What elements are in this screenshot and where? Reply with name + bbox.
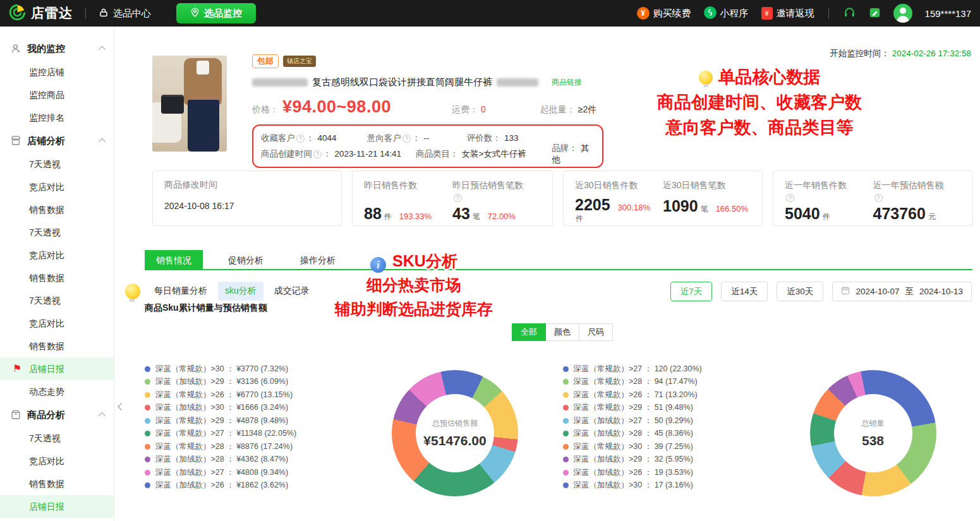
headset-support-icon[interactable] — [843, 6, 856, 21]
miniprogram-link[interactable]: 小程序 — [704, 6, 749, 21]
legend-item[interactable]: 深蓝（常规款）>30 ： ¥3770 (7.32%) — [145, 362, 337, 376]
legend-item[interactable]: 深蓝（加绒款）>29 ： 32 (5.95%) — [563, 453, 756, 467]
legend-item[interactable]: 深蓝（常规款）>26 ： 71 (13.20%) — [563, 388, 756, 402]
legend-item[interactable]: 深蓝（加绒款）>26 ： ¥1862 (3.62%) — [145, 479, 337, 493]
help-icon[interactable] — [874, 194, 883, 202]
nav-selection-monitor-button[interactable]: 选品监控 — [176, 3, 256, 23]
main-content: 开始监控时间：2024-02-26 17:32:58 包邮 镇店之宝 复古感明线… — [115, 27, 980, 521]
feedback-edit-icon[interactable] — [869, 6, 881, 20]
legend-item[interactable]: 深蓝（常规款）>27 ： ¥11348 (22.05%) — [145, 428, 337, 441]
sidebar-item[interactable]: 监控店铺 — [0, 61, 114, 83]
date-from: 2024-10-07 — [856, 287, 899, 296]
chart-filter-button[interactable]: 尺码 — [579, 323, 613, 341]
legend-dot — [145, 379, 150, 385]
range-button[interactable]: 近14天 — [721, 282, 768, 301]
subtab[interactable]: 每日销量分析 — [147, 282, 214, 301]
legend-sales-volume: 深蓝（常规款）>27 ： 120 (22.30%) 深蓝（常规款）>28 ： 9… — [563, 362, 756, 492]
legend-item[interactable]: 深蓝（加绒款）>28 ： 45 (8.36%) — [563, 428, 756, 441]
legend-dot — [145, 470, 150, 476]
legend-dot — [145, 431, 150, 436]
tab[interactable]: 销售情况 — [145, 250, 203, 269]
card-modify-time: 商品修改时间 2024-10-08 16:17 — [152, 171, 342, 226]
legend-item[interactable]: 深蓝（加绒款）>26 ： 19 (3.53%) — [563, 466, 756, 479]
store-treasure-badge: 镇店之宝 — [283, 56, 316, 67]
sidebar-item[interactable]: 7天透视 — [0, 153, 114, 176]
legend-item[interactable]: 深蓝（加绒款）>27 ： 50 (9.29%) — [563, 414, 756, 428]
sidebar-item[interactable]: 监控商品 — [0, 83, 114, 106]
chart-filter-button[interactable]: 颜色 — [545, 323, 579, 341]
sidebar-header-my-monitor[interactable]: 我的监控 — [0, 37, 114, 61]
help-icon[interactable] — [313, 150, 322, 159]
card-year: 近一年销售件数 5040件 近一年预估销售额 473760元 — [773, 171, 973, 226]
product-link[interactable]: 商品链接 — [552, 77, 582, 88]
date-to: 2024-10-13 — [919, 287, 963, 296]
chart-panel-sales-volume: 深蓝（常规款）>27 ： 120 (22.30%) 深蓝（常规款）>28 ： 9… — [555, 355, 973, 521]
help-icon[interactable] — [402, 135, 411, 143]
topbar-divider — [85, 8, 86, 19]
tab[interactable]: 促销分析 — [217, 250, 275, 269]
sidebar-item[interactable]: 7天透视 — [0, 289, 114, 312]
date-range-picker[interactable]: 2024-10-07 至 2024-10-13 — [832, 282, 972, 301]
sidebar-item[interactable]: 店铺日报 — [0, 357, 114, 380]
sidebar-item[interactable]: 销售数据 — [0, 198, 114, 221]
price-value: ¥94.00~98.00 — [282, 97, 391, 117]
invite-cashback-link[interactable]: 邀请返现 — [761, 7, 814, 20]
chevron-left-icon — [118, 403, 124, 410]
app-logo[interactable]: 店雷达 — [9, 4, 73, 23]
chart-filters: 全部 颜色 尺码 — [512, 323, 613, 341]
chart-filter-button[interactable]: 全部 — [512, 323, 546, 341]
help-icon[interactable] — [786, 194, 794, 202]
subtabs: 每日销量分析 sku分析 成交记录 — [147, 282, 317, 301]
legend-item[interactable]: 深蓝（常规款）>28 ： 94 (17.47%) — [563, 376, 756, 389]
donut-sales-amount[interactable]: 总预估销售额 ¥51476.00 — [392, 370, 518, 496]
lock-icon — [99, 8, 109, 20]
sidebar-header-product-analysis[interactable]: 商品分析 — [0, 403, 114, 427]
sidebar-item[interactable]: 销售数据 — [0, 335, 114, 357]
legend-item[interactable]: 深蓝（常规款）>28 ： ¥8876 (17.24%) — [145, 440, 337, 453]
legend-item[interactable]: 深蓝（加绒款）>29 ： ¥3136 (6.09%) — [145, 376, 337, 389]
tab[interactable]: 操作分析 — [289, 250, 347, 269]
sidebar-item[interactable]: 监控排名 — [0, 106, 114, 129]
legend-item[interactable]: 深蓝（加绒款）>30 ： 17 (3.16%) — [563, 479, 756, 493]
donut-sales-volume[interactable]: 总销量 538 — [810, 370, 936, 496]
legend-item[interactable]: 深蓝（加绒款）>30 ： ¥1666 (3.24%) — [145, 402, 337, 415]
sidebar-item[interactable]: 竞店对比 — [0, 312, 114, 335]
sidebar-item[interactable]: 竞店对比 — [0, 176, 114, 198]
legend-dot — [563, 457, 569, 462]
sidebar-header-shop-analysis[interactable]: 店铺分析 — [0, 129, 114, 153]
legend-item[interactable]: 深蓝（加绒款）>27 ： ¥4808 (9.34%) — [145, 466, 337, 479]
sidebar-item[interactable]: 动态走势 — [0, 518, 114, 521]
sidebar-item[interactable]: 7天透视 — [0, 221, 114, 244]
sidebar-item[interactable]: 店铺日报 — [0, 495, 114, 518]
user-avatar[interactable] — [893, 4, 912, 23]
legend-dot — [145, 444, 150, 450]
sidebar-item[interactable]: 动态走势 — [0, 380, 114, 403]
card-yesterday: 昨日销售件数 88件193.33% 昨日预估销售笔数 43笔72.00% — [352, 171, 553, 226]
sidebar-item[interactable]: 7天透视 — [0, 427, 114, 450]
help-icon[interactable] — [296, 135, 305, 143]
legend-item[interactable]: 深蓝（常规款）>27 ： 120 (22.30%) — [563, 362, 756, 376]
nav-selection-center[interactable]: 选品中心 — [99, 8, 151, 20]
legend-item[interactable]: 深蓝（常规款）>26 ： ¥6770 (13.15%) — [145, 388, 337, 402]
sidebar-item[interactable]: 竞店对比 — [0, 450, 114, 472]
radar-logo-icon — [9, 4, 26, 23]
sidebar-items-shop-analysis: 7天透视 竞店对比 销售数据 7天透视 — [0, 153, 114, 403]
sidebar-collapse-handle[interactable] — [116, 397, 126, 417]
topbar: 店雷达 选品中心 选品监控 购买续费 — [0, 0, 980, 27]
legend-item[interactable]: 深蓝（加绒款）>28 ： ¥4362 (8.47%) — [145, 453, 337, 467]
range-button[interactable]: 近7天 — [670, 282, 713, 301]
sidebar-item[interactable]: 竞店对比 — [0, 244, 114, 266]
buy-renew-link[interactable]: 购买续费 — [637, 7, 691, 20]
legend-item[interactable]: 深蓝（常规款）>29 ： ¥4878 (9.48%) — [145, 414, 337, 428]
subtab[interactable]: 成交记录 — [267, 282, 317, 301]
sidebar-item[interactable]: 销售数据 — [0, 472, 114, 495]
sidebar-item[interactable]: 销售数据 — [0, 266, 114, 289]
time-filters: 近7天 近14天 近30天 2024-10-07 至 2024-10-13 — [670, 282, 972, 301]
legend-item[interactable]: 深蓝（常规款）>30 ： 39 (7.25%) — [563, 440, 756, 453]
range-button[interactable]: 近30天 — [777, 282, 823, 301]
subtab[interactable]: sku分析 — [218, 282, 263, 301]
help-icon[interactable] — [454, 194, 462, 202]
legend-item[interactable]: 深蓝（常规款）>29 ： 51 (9.48%) — [563, 402, 756, 415]
legend-dot — [145, 457, 150, 462]
product-image[interactable] — [152, 56, 227, 152]
